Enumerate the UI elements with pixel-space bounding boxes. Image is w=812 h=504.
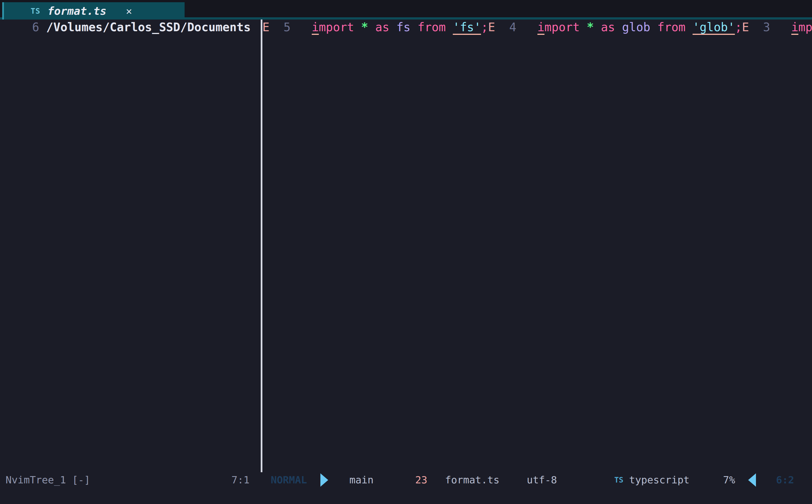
- code-line[interactable]: E 4 import * as glob from 'glob';: [488, 20, 742, 34]
- tab-close-icon[interactable]: ✕: [126, 5, 132, 17]
- statusline-main: NORMAL main 23 format.ts utf-8: [262, 472, 812, 488]
- typescript-file-icon: TS: [614, 472, 623, 488]
- command-line[interactable]: [0, 488, 812, 504]
- tab-format-ts[interactable]: TS format.ts ✕: [2, 2, 185, 20]
- code-line[interactable]: E 3 import * as ts from 'typescript';: [742, 20, 812, 34]
- tree-cursor-position: 7:1: [231, 472, 250, 488]
- nvimtree-file-explorer: 6 /Volumes/Carlos_SSD/Documents 5 → .bas…: [0, 20, 261, 472]
- typescript-file-icon: TS: [31, 7, 40, 15]
- error-sign: E: [262, 20, 277, 34]
- powerline-triangle-left-icon: [748, 473, 756, 487]
- tree-row[interactable]: 5 → .base-sample: [251, 20, 261, 34]
- status-filename: format.ts: [445, 472, 499, 488]
- tree-buffer-name: NvimTree_1 [-]: [6, 472, 90, 488]
- file-encoding: utf-8: [527, 472, 557, 488]
- tab-title: format.ts: [48, 5, 107, 17]
- mode-indicator: NORMAL: [271, 472, 307, 488]
- tree-root-path: /Volumes/Carlos_SSD/Documents: [46, 20, 251, 34]
- scroll-progress: 7%: [723, 472, 735, 488]
- git-branch-name: main: [349, 472, 374, 488]
- tree-row[interactable]: 6 /Volumes/Carlos_SSD/Documents: [0, 20, 251, 34]
- error-count: 23: [415, 472, 427, 488]
- powerline-triangle-right-icon: [320, 473, 328, 487]
- code-line[interactable]: E 5 import * as fs from 'fs';: [262, 20, 488, 34]
- error-sign: E: [742, 20, 756, 34]
- neovim-window: TS format.ts ✕ 6 /Volumes/Carlos_SSD/Doc…: [0, 0, 812, 504]
- filetype-name: typescript: [629, 472, 690, 488]
- statusline-tree: NvimTree_1 [-] 7:1: [0, 472, 261, 488]
- error-sign: E: [488, 20, 502, 34]
- tabline: TS format.ts ✕: [0, 0, 812, 20]
- cursor-position: 6:2: [776, 472, 794, 488]
- code-editor[interactable]: E 5 import * as fs from 'fs';E 4 import …: [262, 20, 812, 472]
